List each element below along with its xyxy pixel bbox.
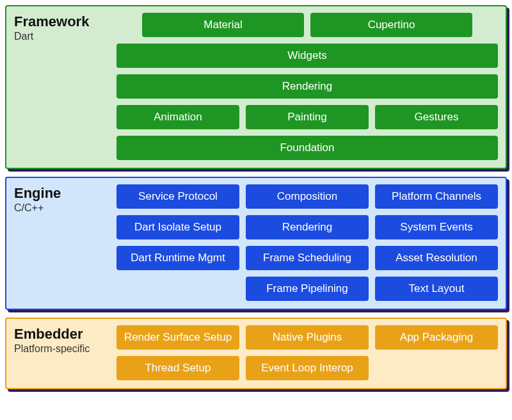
empty-cell bbox=[375, 356, 498, 380]
box-painting: Painting bbox=[246, 105, 369, 129]
embedder-row-0: Render Surface Setup Native Plugins App … bbox=[116, 325, 498, 350]
box-frame-scheduling: Frame Scheduling bbox=[246, 246, 369, 270]
box-cupertino: Cupertino bbox=[310, 13, 472, 37]
empty-cell bbox=[116, 277, 239, 301]
framework-row-0: Material Cupertino bbox=[116, 13, 498, 37]
layer-embedder: Embedder Platform-specific Render Surfac… bbox=[5, 318, 507, 389]
box-asset-resolution: Asset Resolution bbox=[375, 246, 498, 270]
box-composition: Composition bbox=[246, 184, 369, 209]
engine-row-0: Service Protocol Composition Platform Ch… bbox=[116, 184, 498, 209]
layer-label-col: Embedder Platform-specific bbox=[14, 325, 116, 380]
box-text-layout: Text Layout bbox=[375, 277, 498, 301]
box-gestures: Gestures bbox=[375, 105, 498, 129]
layer-title: Embedder bbox=[14, 327, 116, 342]
box-rendering: Rendering bbox=[116, 74, 498, 99]
engine-row-2: Dart Runtime Mgmt Frame Scheduling Asset… bbox=[116, 246, 498, 270]
layer-content: Service Protocol Composition Platform Ch… bbox=[116, 184, 498, 301]
layer-subtitle: Platform-specific bbox=[14, 343, 116, 355]
embedder-row-1: Thread Setup Event Loop Interop bbox=[116, 356, 498, 380]
box-foundation: Foundation bbox=[116, 136, 498, 160]
engine-row-3: Frame Pipelining Text Layout bbox=[116, 277, 498, 301]
layer-title: Engine bbox=[14, 186, 116, 201]
box-native-plugins: Native Plugins bbox=[246, 325, 369, 350]
framework-row-4: Foundation bbox=[116, 136, 498, 160]
framework-row-3: Animation Painting Gestures bbox=[116, 105, 498, 129]
layer-engine: Engine C/C++ Service Protocol Compositio… bbox=[5, 177, 507, 310]
box-service-protocol: Service Protocol bbox=[116, 184, 239, 209]
framework-row-1: Widgets bbox=[116, 44, 498, 68]
framework-row-2: Rendering bbox=[116, 74, 498, 99]
box-render-surface-setup: Render Surface Setup bbox=[116, 325, 239, 350]
layer-subtitle: C/C++ bbox=[14, 202, 116, 214]
box-material: Material bbox=[142, 13, 304, 37]
layer-label-col: Engine C/C++ bbox=[14, 184, 116, 301]
box-platform-channels: Platform Channels bbox=[375, 184, 498, 209]
box-rendering-engine: Rendering bbox=[246, 215, 369, 239]
box-frame-pipelining: Frame Pipelining bbox=[246, 277, 369, 301]
box-thread-setup: Thread Setup bbox=[116, 356, 239, 380]
box-dart-isolate-setup: Dart Isolate Setup bbox=[116, 215, 239, 239]
box-app-packaging: App Packaging bbox=[375, 325, 498, 350]
layer-content: Render Surface Setup Native Plugins App … bbox=[116, 325, 498, 380]
engine-row-1: Dart Isolate Setup Rendering System Even… bbox=[116, 215, 498, 239]
box-animation: Animation bbox=[116, 105, 239, 129]
layer-content: Material Cupertino Widgets Rendering Ani… bbox=[116, 13, 498, 160]
box-event-loop-interop: Event Loop Interop bbox=[246, 356, 369, 380]
layer-title: Framework bbox=[14, 14, 116, 29]
box-dart-runtime-mgmt: Dart Runtime Mgmt bbox=[116, 246, 239, 270]
layer-label-col: Framework Dart bbox=[14, 13, 116, 160]
box-widgets: Widgets bbox=[116, 44, 498, 68]
box-system-events: System Events bbox=[375, 215, 498, 239]
layer-subtitle: Dart bbox=[14, 31, 116, 42]
layer-framework: Framework Dart Material Cupertino Widget… bbox=[5, 5, 507, 169]
